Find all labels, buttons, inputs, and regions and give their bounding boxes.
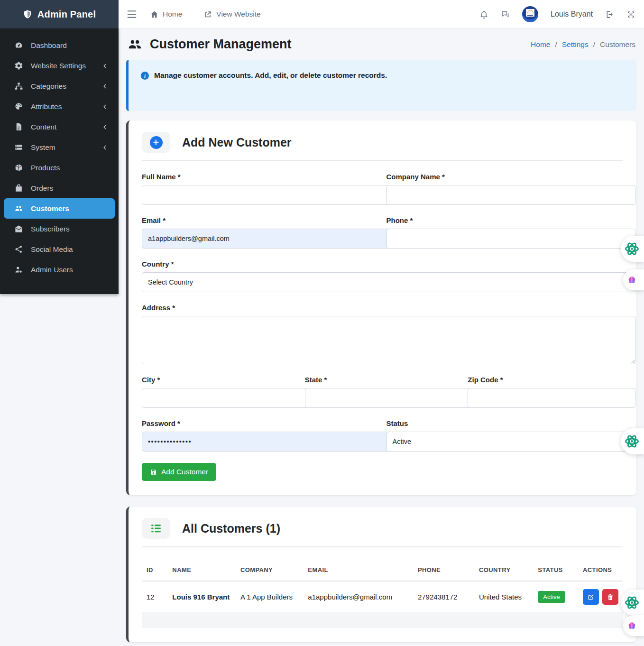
country-select-value: Select Country bbox=[148, 278, 193, 286]
country-label: Country * bbox=[142, 260, 623, 268]
add-customer-card: Add New Customer Full Name * Company Nam… bbox=[126, 120, 636, 495]
alert-text: Manage customer accounts. Add, edit, or … bbox=[154, 71, 387, 80]
user-name[interactable]: Louis Bryant bbox=[551, 10, 593, 18]
sidebar-item-label: Social Media bbox=[31, 245, 73, 254]
breadcrumb: Home / Settings / Customers bbox=[531, 40, 635, 49]
state-input[interactable] bbox=[305, 388, 473, 408]
email-input[interactable] bbox=[142, 229, 391, 249]
avatar[interactable] bbox=[522, 6, 538, 22]
chatgpt-widget[interactable] bbox=[621, 590, 644, 616]
external-link-icon bbox=[203, 10, 212, 19]
table-row: 12 Louis 916 Bryant A 1 App Builders a1a… bbox=[142, 581, 623, 612]
full-name-field-group: Full Name * bbox=[142, 173, 379, 205]
brand-title: Admin Panel bbox=[37, 9, 96, 20]
column-header-actions: ACTIONS bbox=[578, 559, 623, 581]
company-input[interactable] bbox=[386, 185, 636, 205]
sidebar-item-products[interactable]: Products bbox=[0, 157, 119, 178]
list-card-icon-box bbox=[142, 518, 170, 539]
city-label: City * bbox=[142, 376, 297, 384]
sidebar-item-dashboard[interactable]: Dashboard bbox=[0, 35, 119, 55]
sidebar-item-label: Admin Users bbox=[31, 266, 73, 274]
sidebar-item-categories[interactable]: Categories bbox=[0, 76, 119, 96]
breadcrumb-separator: / bbox=[555, 40, 557, 49]
sidebar-item-website-settings[interactable]: Website Settings bbox=[0, 55, 119, 76]
brain-widget[interactable] bbox=[623, 615, 644, 636]
email-label: Email * bbox=[142, 216, 379, 224]
cube-icon bbox=[14, 163, 24, 173]
country-select[interactable]: Select Country bbox=[142, 272, 635, 292]
breadcrumb-current: Customers bbox=[600, 40, 635, 49]
list-icon bbox=[149, 522, 163, 535]
edit-button[interactable] bbox=[583, 589, 599, 605]
cell-email: a1appbuilders@gmail.com bbox=[303, 581, 413, 612]
sitemap-icon bbox=[14, 82, 24, 91]
sidebar-item-attributes[interactable]: Attributes bbox=[0, 96, 119, 117]
city-input[interactable] bbox=[142, 388, 310, 408]
sidebar-item-label: Dashboard bbox=[31, 41, 67, 50]
sidebar-nav: Dashboard Website Settings Categories At… bbox=[0, 28, 119, 294]
address-label: Address * bbox=[142, 304, 623, 312]
brain-widget[interactable] bbox=[623, 269, 644, 290]
atom-icon bbox=[624, 595, 640, 610]
bell-icon[interactable] bbox=[479, 10, 488, 19]
breadcrumb-separator: / bbox=[593, 40, 595, 49]
breadcrumb-home-link[interactable]: Home bbox=[531, 40, 550, 49]
sidebar-item-system[interactable]: System bbox=[0, 137, 119, 157]
sidebar-item-label: Categories bbox=[31, 82, 66, 91]
delete-button[interactable] bbox=[602, 589, 618, 605]
sidebar-item-label: Products bbox=[31, 164, 60, 172]
dashboard-icon bbox=[14, 41, 24, 50]
sidebar-item-content[interactable]: Content bbox=[0, 117, 119, 137]
address-textarea[interactable] bbox=[142, 316, 635, 364]
topbar-home-label: Home bbox=[163, 10, 182, 18]
sidebar-item-subscribers[interactable]: Subscribers bbox=[0, 219, 119, 239]
sidebar-item-admin-users[interactable]: Admin Users bbox=[0, 259, 119, 280]
zip-field-group: Zip Code * bbox=[468, 376, 623, 408]
add-customer-button[interactable]: Add Customer bbox=[142, 463, 216, 481]
sidebar-brand: Admin Panel bbox=[0, 0, 119, 28]
phone-input[interactable] bbox=[386, 229, 636, 249]
company-field-group: Company Name * bbox=[386, 173, 624, 205]
chat-icon[interactable] bbox=[501, 10, 510, 19]
expand-icon[interactable] bbox=[626, 10, 635, 19]
zip-input[interactable] bbox=[468, 388, 635, 408]
hamburger-icon[interactable] bbox=[127, 10, 137, 18]
brain-icon bbox=[627, 275, 637, 285]
chatgpt-widget[interactable] bbox=[621, 428, 644, 454]
chevron-left-icon bbox=[101, 144, 108, 151]
topbar-view-website-link[interactable]: View Website bbox=[203, 10, 260, 19]
company-label: Company Name * bbox=[386, 173, 624, 181]
sidebar-item-orders[interactable]: Orders bbox=[0, 178, 119, 198]
password-label: Password * bbox=[142, 419, 379, 427]
palette-icon bbox=[14, 102, 24, 111]
status-select-value: Active bbox=[393, 438, 412, 445]
brain-icon bbox=[627, 621, 637, 631]
status-select[interactable]: Active bbox=[386, 432, 636, 452]
password-input[interactable] bbox=[142, 432, 391, 452]
trash-icon bbox=[607, 593, 614, 601]
sidebar-item-customers[interactable]: Customers bbox=[4, 198, 115, 219]
cell-company: A 1 App Builders bbox=[236, 581, 303, 612]
column-header-status: STATUS bbox=[533, 559, 578, 581]
breadcrumb-settings-link[interactable]: Settings bbox=[562, 40, 589, 49]
user-gear-icon bbox=[14, 265, 24, 275]
divider bbox=[142, 546, 623, 547]
table-header-row: ID NAME COMPANY EMAIL PHONE COUNTRY STAT… bbox=[142, 559, 623, 581]
cell-id: 12 bbox=[142, 581, 167, 612]
chatgpt-widget[interactable] bbox=[621, 236, 644, 262]
gear-icon bbox=[14, 61, 24, 71]
address-field-group: Address * bbox=[142, 304, 623, 364]
logout-icon[interactable] bbox=[605, 10, 614, 19]
state-label: State * bbox=[305, 376, 460, 384]
server-icon bbox=[14, 143, 24, 152]
page-title: Customer Management bbox=[127, 37, 292, 52]
add-customer-button-label: Add Customer bbox=[161, 468, 208, 476]
topbar-home-link[interactable]: Home bbox=[150, 10, 182, 19]
save-icon bbox=[150, 469, 157, 476]
full-name-input[interactable] bbox=[142, 185, 391, 205]
sidebar-item-social-media[interactable]: Social Media bbox=[0, 239, 119, 259]
chevron-left-icon bbox=[101, 103, 108, 110]
sidebar-item-label: Website Settings bbox=[31, 62, 86, 70]
cell-status: Active bbox=[533, 581, 578, 612]
sidebar-item-label: System bbox=[31, 143, 55, 152]
